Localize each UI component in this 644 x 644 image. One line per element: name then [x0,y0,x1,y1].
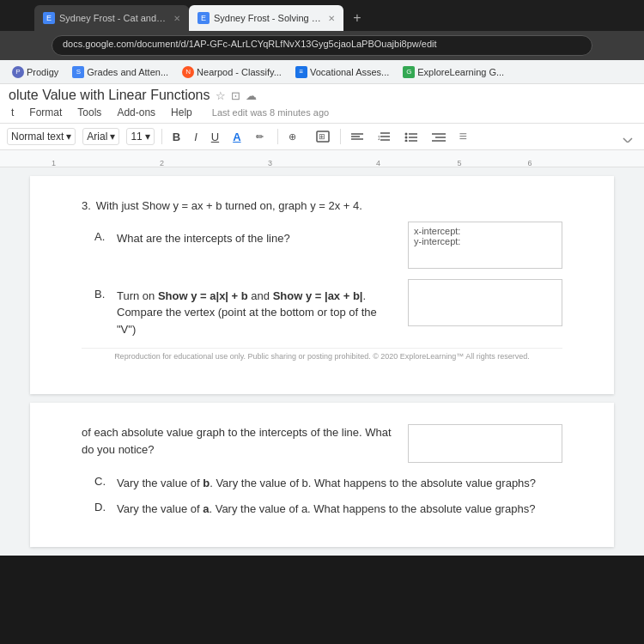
doc-title-row: olute Value with Linear Functions ☆ ⊡ ☁ [9,88,635,103]
question-3-num: 3. [82,199,91,212]
tab2-label: Sydney Frost - Solving Linear [214,13,321,23]
menu-item-format[interactable]: Format [27,105,64,120]
answer-box-b[interactable] [408,279,562,326]
answer-box-continuation[interactable] [408,424,562,463]
font-dropdown-icon: ▾ [110,131,115,143]
sub-b-label: B. [94,288,110,338]
doc-page-1: 3. With just Show y = ax + b turned on, … [30,176,614,394]
bookmark-grades-label: Grades and Atten... [87,67,168,77]
tab2-close[interactable]: ✕ [328,14,335,23]
toolbar-sep1 [161,129,162,144]
explore-icon: G [403,66,415,78]
doc-content: 3. With just Show y = ax + b turned on, … [0,167,644,556]
bookmark-vocational[interactable]: ≡ Vocational Asses... [292,64,392,80]
last-edit-text: Last edit was 8 minutes ago [212,107,329,118]
doc-menu-bar: t Format Tools Add-ons Help Last edit wa… [9,105,635,123]
menu-item-help[interactable]: Help [168,105,195,120]
continuation-text: of each absolute value graph to the inte… [82,424,395,458]
bookmark-grades[interactable]: S Grades and Atten... [69,64,172,80]
menu-item-t[interactable]: t [9,105,16,120]
style-select[interactable]: Normal text ▾ [7,128,76,145]
more-button[interactable]: ≡ [456,127,471,146]
url-input[interactable]: docs.google.com/document/d/1AP-GFc-ALrLC… [52,35,592,56]
sub-d-text: Vary the value of a. Vary the value of a… [117,501,562,518]
star-icon[interactable]: ☆ [216,89,226,102]
doc-page-2: of each absolute value graph to the inte… [30,403,614,547]
sub-a-label: A. [94,230,110,247]
sub-c-text: Vary the value of b. Vary the value of b… [117,475,562,492]
text-color-button[interactable]: ✏ [252,129,270,144]
expand-button[interactable] [618,129,637,144]
indent-button[interactable] [428,130,449,143]
image-button[interactable]: ⊞ [313,129,333,144]
grades-icon: S [72,66,84,78]
sub-d: D. Vary the value of a. Vary the value o… [94,501,562,518]
style-dropdown-icon: ▾ [66,131,71,143]
tab1-close[interactable]: ✕ [173,14,180,23]
sub-a-text: What are the intercepts of the line? [117,230,395,247]
bookmark-prodigy[interactable]: P Prodigy [9,64,62,80]
sub-c: C. Vary the value of b. Vary the value o… [94,475,562,492]
list-button[interactable] [401,130,422,143]
question-3-block: 3. With just Show y = ax + b turned on, … [82,197,562,361]
folder-icon[interactable]: ⊡ [231,89,240,102]
bookmark-explore[interactable]: G ExploreLearning G... [399,64,507,80]
line-spacing-button[interactable]: ↕ [374,130,394,143]
bold-button[interactable]: B [169,129,184,145]
prodigy-icon: P [12,66,24,78]
answer-box-a[interactable]: x-intercept: y-intercept: [408,222,562,269]
bookmark-vocational-label: Vocational Asses... [310,67,389,77]
question-3-text: With just Show y = ax + b turned on, gra… [96,197,362,215]
size-select[interactable]: 11 ▾ [126,128,154,145]
svg-text:⊞: ⊞ [319,132,325,141]
doc-title-icons: ☆ ⊡ ☁ [216,89,257,102]
new-tab-button[interactable]: + [347,8,368,28]
bookmark-nearpod[interactable]: N Nearpod - Classify... [179,64,285,80]
bookmark-explore-label: ExploreLearning G... [417,67,504,77]
underline-button[interactable]: U [208,129,222,145]
bookmark-prodigy-label: Prodigy [27,67,58,77]
align-button[interactable] [348,130,367,143]
toolbar-sep2 [277,129,278,144]
svg-point-15 [404,137,407,139]
menu-item-tools[interactable]: Tools [75,105,104,120]
underline-a-button[interactable]: A [229,129,244,145]
tab-bar: E Sydney Frost - Cat and Mouse ✕ E Sydne… [0,0,644,31]
address-bar: docs.google.com/document/d/1AP-GFc-ALrLC… [0,31,644,60]
bookmark-nearpod-label: Nearpod - Classify... [197,67,282,77]
size-label: 11 [131,131,142,143]
tab1-icon: E [43,12,55,24]
svg-point-14 [404,133,407,136]
nearpod-icon: N [182,66,194,78]
svg-point-16 [404,140,407,143]
tab1-label: Sydney Frost - Cat and Mouse [59,13,167,23]
tab-1[interactable]: E Sydney Frost - Cat and Mouse ✕ [34,5,189,31]
svg-text:⊕: ⊕ [289,131,296,142]
svg-text:↕: ↕ [377,133,381,142]
toolbar: Normal text ▾ Arial ▾ 11 ▾ B I U A ✏ ⊕ ⊞ [0,123,644,150]
doc-title-bar: olute Value with Linear Functions ☆ ⊡ ☁ … [0,84,644,123]
bookmarks-bar: P Prodigy S Grades and Atten... N Nearpo… [0,60,644,84]
sub-b-text: Turn on Show y = a|x| + b and Show y = |… [117,288,395,338]
doc-title: olute Value with Linear Functions [9,88,210,103]
cloud-icon[interactable]: ☁ [246,89,257,102]
style-label: Normal text [11,131,64,143]
sub-d-label: D. [94,501,110,518]
document-area: olute Value with Linear Functions ☆ ⊡ ☁ … [0,84,644,556]
tab-2[interactable]: E Sydney Frost - Solving Linear ✕ [189,5,343,31]
sub-c-label: C. [94,475,110,492]
vocational-icon: ≡ [295,66,307,78]
link-button[interactable]: ⊕ [285,130,306,143]
font-label: Arial [87,131,107,143]
svg-text:✏: ✏ [256,131,264,142]
menu-item-addons[interactable]: Add-ons [114,105,158,120]
italic-button[interactable]: I [191,129,201,145]
tab2-icon: E [197,12,210,24]
ruler: 1 2 3 4 5 6 [0,150,644,167]
answer-box-a-line2: y-intercept: [414,236,556,246]
size-dropdown-icon: ▾ [145,131,150,143]
toolbar-sep3 [340,129,341,144]
font-select[interactable]: Arial ▾ [82,128,119,145]
footer-text: Reproduction for educational use only. P… [82,348,562,361]
answer-box-a-line1: x-intercept: [414,226,556,236]
